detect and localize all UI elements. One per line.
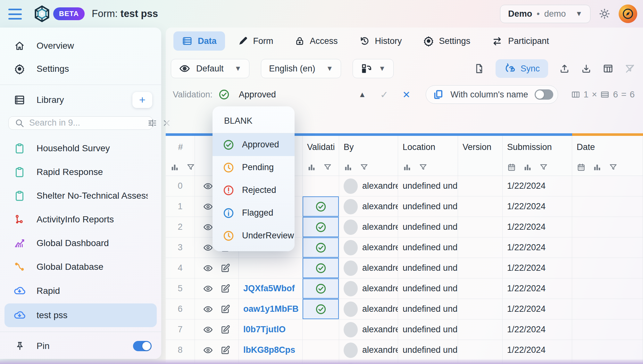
submission-cell[interactable]: 1/22/2024: [503, 340, 572, 360]
version-cell[interactable]: [458, 299, 503, 319]
validation-cell[interactable]: [303, 196, 339, 217]
view-record-icon[interactable]: [203, 181, 213, 191]
location-cell[interactable]: undefined und: [398, 258, 458, 278]
location-cell[interactable]: undefined und: [398, 176, 458, 196]
submission-cell[interactable]: 1/22/2024: [503, 196, 572, 217]
sidebar-item-rapid-response[interactable]: Rapid Response: [4, 161, 157, 184]
version-cell[interactable]: [458, 258, 503, 278]
validation-cell[interactable]: [303, 217, 339, 237]
menu-item-rejected[interactable]: Rejected: [213, 179, 295, 202]
theme-toggle-sun-icon[interactable]: [599, 8, 610, 20]
validation-cell[interactable]: [303, 278, 339, 299]
menu-item-flagged[interactable]: Flagged: [213, 202, 295, 224]
location-cell[interactable]: undefined und: [398, 299, 458, 319]
record-form-icon[interactable]: [474, 63, 485, 74]
location-cell[interactable]: undefined und: [398, 196, 458, 217]
workspace-selector[interactable]: Demo • demo ▼: [500, 5, 590, 23]
calendar-icon[interactable]: [507, 163, 516, 172]
tab-data[interactable]: Data: [173, 31, 225, 51]
date-cell[interactable]: [572, 196, 643, 217]
menu-item-pending[interactable]: Pending: [213, 156, 295, 179]
validation-cell[interactable]: [303, 299, 339, 319]
pin-toggle[interactable]: [133, 341, 152, 351]
filter-settings-icon[interactable]: [147, 118, 157, 128]
by-cell[interactable]: alexandre: [339, 360, 398, 364]
by-cell[interactable]: alexandre: [339, 340, 398, 360]
record-id-link[interactable]: lbKG8p8Cps: [239, 340, 303, 360]
edit-record-icon[interactable]: [220, 304, 230, 314]
filter-icon[interactable]: [539, 163, 548, 172]
view-record-icon[interactable]: [203, 325, 213, 335]
version-cell[interactable]: [458, 176, 503, 196]
menu-item-blank[interactable]: BLANK: [213, 106, 295, 133]
view-selector[interactable]: Default ▼: [171, 59, 249, 78]
sidebar-item-activityinfo-reports[interactable]: ActivityInfo Reports: [4, 208, 157, 231]
submission-cell[interactable]: 1/22/2024: [503, 258, 572, 278]
filter-off-icon[interactable]: [624, 63, 635, 74]
by-cell[interactable]: alexandre: [339, 176, 398, 196]
column-header-by[interactable]: By: [339, 136, 398, 176]
sidebar-item-global-database[interactable]: Global Database: [4, 255, 157, 278]
confirm-check-icon[interactable]: ✓: [380, 89, 388, 100]
column-header-version[interactable]: Version: [458, 136, 503, 176]
column-header-validation[interactable]: Validation: [303, 136, 339, 176]
sidebar-item-library[interactable]: Library: [13, 94, 64, 106]
tab-settings[interactable]: Settings: [415, 31, 479, 51]
version-cell[interactable]: [458, 196, 503, 217]
calendar-icon[interactable]: [577, 163, 586, 172]
edit-record-icon[interactable]: [220, 325, 230, 335]
validation-cell[interactable]: [303, 176, 339, 196]
search-input[interactable]: [29, 118, 143, 128]
location-cell[interactable]: undefined und: [398, 319, 458, 340]
submission-cell[interactable]: 1/22/2024: [503, 360, 572, 364]
view-record-icon[interactable]: [203, 263, 213, 273]
column-stats-icon[interactable]: [403, 163, 412, 172]
record-id-link[interactable]: [239, 258, 303, 278]
by-cell[interactable]: alexandre: [339, 278, 398, 299]
validation-cell[interactable]: [303, 258, 339, 278]
location-cell[interactable]: undefined und: [398, 360, 458, 364]
with-column-name-toggle[interactable]: [535, 89, 553, 100]
column-stats-icon[interactable]: [170, 163, 179, 172]
sidebar-item-rapid[interactable]: Rapid: [4, 279, 157, 303]
column-header-submission[interactable]: Submission: [503, 136, 572, 176]
date-cell[interactable]: [572, 217, 643, 237]
language-selector[interactable]: English (en) ▼: [261, 59, 341, 78]
by-cell[interactable]: alexandre: [339, 237, 398, 258]
date-cell[interactable]: [572, 258, 643, 278]
clear-filter-icon[interactable]: ✕: [402, 89, 410, 100]
tab-access[interactable]: Access: [286, 32, 346, 50]
by-cell[interactable]: alexandre: [339, 319, 398, 340]
tab-form[interactable]: Form: [230, 32, 282, 50]
view-record-icon[interactable]: [203, 284, 213, 294]
hamburger-menu-icon[interactable]: [8, 9, 22, 20]
layout-selector[interactable]: ▼: [353, 59, 394, 78]
submission-cell[interactable]: 1/22/2024: [503, 237, 572, 258]
sidebar-item-overview[interactable]: Overview: [4, 35, 157, 57]
location-cell[interactable]: undefined und: [398, 217, 458, 237]
version-cell[interactable]: [458, 278, 503, 299]
version-cell[interactable]: [458, 319, 503, 340]
validation-cell[interactable]: [303, 360, 339, 364]
column-stats-icon[interactable]: [593, 163, 602, 172]
sidebar-item-shelter-no-technical-assessment[interactable]: Shelter No-Technical Assessment: [4, 184, 157, 207]
by-cell[interactable]: alexandre: [339, 217, 398, 237]
view-record-icon[interactable]: [203, 345, 213, 355]
column-header-#[interactable]: #: [166, 136, 195, 176]
view-record-icon[interactable]: [203, 222, 213, 232]
download-icon[interactable]: [581, 63, 592, 74]
location-cell[interactable]: undefined und: [398, 237, 458, 258]
submission-cell[interactable]: 1/22/2024: [503, 176, 572, 196]
filter-icon[interactable]: [186, 163, 195, 172]
column-stats-icon[interactable]: [344, 163, 353, 172]
column-stats-icon[interactable]: [307, 163, 316, 172]
record-id-link[interactable]: l0b7TjutlO: [239, 319, 303, 340]
version-cell[interactable]: [458, 237, 503, 258]
version-cell[interactable]: [458, 217, 503, 237]
record-id-link[interactable]: oaw1y1MbFB: [239, 299, 303, 319]
sidebar-item-global-dashboard[interactable]: Global Dashboard: [4, 232, 157, 255]
submission-cell[interactable]: 1/22/2024: [503, 319, 572, 340]
view-record-icon[interactable]: [203, 243, 213, 253]
date-cell[interactable]: [572, 176, 643, 196]
filter-icon[interactable]: [360, 163, 369, 172]
